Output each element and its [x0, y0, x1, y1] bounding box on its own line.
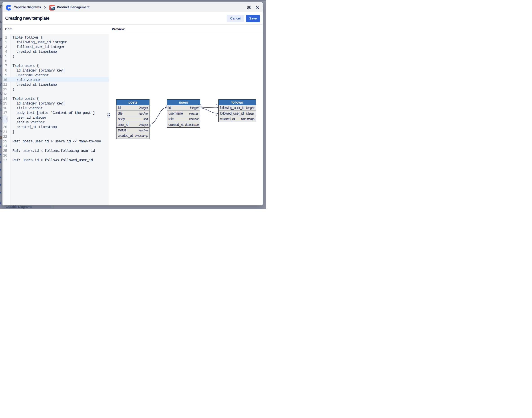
- svg-text:*: *: [216, 103, 218, 107]
- svg-text:*: *: [216, 114, 218, 118]
